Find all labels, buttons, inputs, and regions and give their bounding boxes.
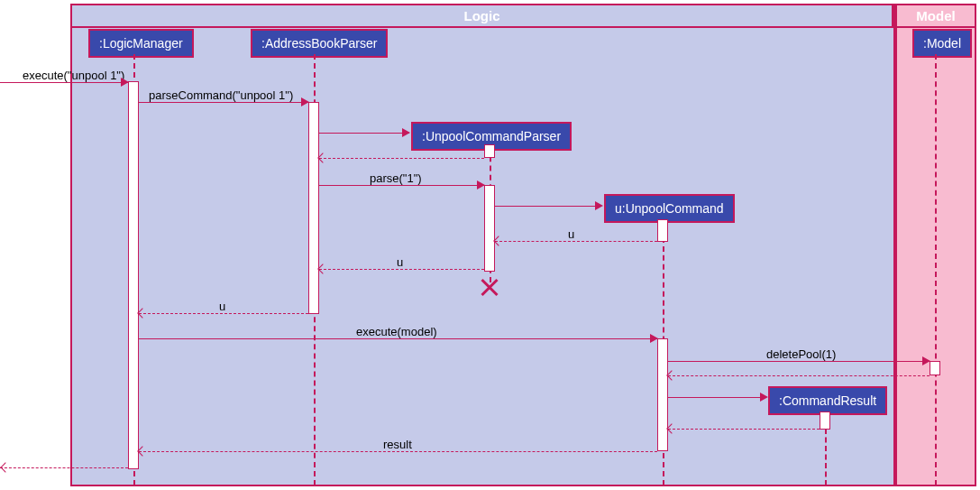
arrow-result xyxy=(139,451,657,452)
arrowhead-execute-1 xyxy=(121,78,129,87)
arrowhead-create-unpool-command xyxy=(595,201,603,210)
activation-command-result xyxy=(820,411,830,430)
activation-unpool-command-parser-2 xyxy=(484,185,495,272)
arrow-parse-command xyxy=(139,102,308,103)
arrow-parse xyxy=(319,185,484,186)
msg-u3: u xyxy=(219,300,225,313)
msg-parse-command: parseCommand("unpool 1") xyxy=(149,88,293,102)
msg-parse: parse("1") xyxy=(370,171,422,185)
msg-result: result xyxy=(383,438,412,451)
arrow-u1 xyxy=(495,241,657,242)
activation-unpool-command-parser-1 xyxy=(484,144,495,158)
arrow-execute-model xyxy=(139,338,657,339)
activation-model xyxy=(930,361,940,375)
logic-frame-label: Logic xyxy=(72,5,893,28)
activation-unpool-command-2 xyxy=(657,338,668,451)
activation-address-book-parser xyxy=(308,102,319,314)
arrowhead-execute-model xyxy=(650,334,658,343)
arrowhead-return-external xyxy=(0,462,10,472)
arrowhead-delete-pool xyxy=(922,356,930,365)
msg-u1: u xyxy=(568,227,574,241)
participant-logic-manager: :LogicManager xyxy=(88,29,194,58)
participant-address-book-parser: :AddressBookParser xyxy=(251,29,388,58)
arrow-delete-pool xyxy=(668,361,930,362)
arrow-return-create-parser xyxy=(319,158,484,159)
arrow-return-delete-pool xyxy=(668,375,930,376)
msg-u2: u xyxy=(397,255,403,269)
activation-unpool-command-1 xyxy=(657,219,668,242)
activation-logic-manager xyxy=(128,81,139,469)
arrow-execute-1 xyxy=(0,82,128,83)
participant-unpool-command: u:UnpoolCommand xyxy=(604,194,735,223)
arrow-u3 xyxy=(139,313,308,314)
arrow-create-unpool-parser xyxy=(319,133,409,134)
arrow-create-command-result xyxy=(668,397,766,398)
arrowhead-parse-command xyxy=(301,97,309,106)
msg-delete-pool: deletePool(1) xyxy=(766,347,836,361)
model-frame-label: Model xyxy=(897,5,975,28)
arrow-create-unpool-command xyxy=(495,206,601,207)
msg-execute-model: execute(model) xyxy=(356,325,437,338)
arrow-return-external xyxy=(0,467,128,468)
arrowhead-create-command-result xyxy=(760,393,768,402)
arrow-u2 xyxy=(319,269,484,270)
destroy-unpool-parser xyxy=(481,278,499,296)
participant-model: :Model xyxy=(912,29,972,58)
arrow-return-command-result xyxy=(668,429,820,430)
msg-execute-1: execute("unpool 1") xyxy=(23,69,124,82)
arrowhead-parse xyxy=(477,180,485,190)
lifeline-model xyxy=(935,54,937,485)
arrowhead-create-unpool-parser xyxy=(402,128,410,137)
